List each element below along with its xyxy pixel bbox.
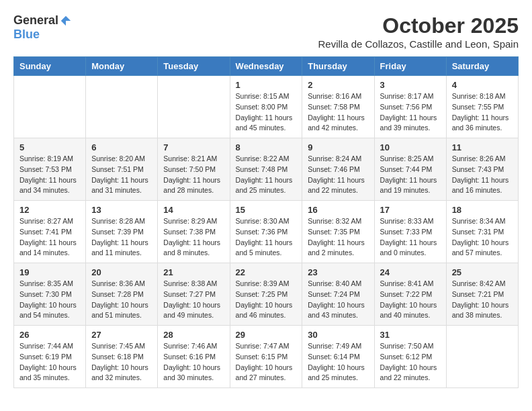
- day-info: Sunrise: 8:33 AM Sunset: 7:33 PM Dayligh…: [380, 216, 441, 259]
- day-number: 1: [236, 80, 297, 90]
- day-info: Sunrise: 8:35 AM Sunset: 7:30 PM Dayligh…: [19, 279, 80, 321]
- weekday-tuesday: Tuesday: [158, 57, 230, 76]
- calendar-cell: 21Sunrise: 8:38 AM Sunset: 7:27 PM Dayli…: [158, 263, 230, 326]
- day-info: Sunrise: 7:46 AM Sunset: 6:16 PM Dayligh…: [163, 341, 224, 383]
- day-info: Sunrise: 7:47 AM Sunset: 6:15 PM Dayligh…: [236, 341, 297, 383]
- weekday-monday: Monday: [86, 57, 158, 76]
- calendar-cell: 19Sunrise: 8:35 AM Sunset: 7:30 PM Dayli…: [14, 263, 86, 326]
- day-number: 31: [380, 330, 441, 340]
- day-number: 14: [163, 205, 224, 215]
- day-info: Sunrise: 8:17 AM Sunset: 7:56 PM Dayligh…: [380, 91, 441, 134]
- day-number: 6: [91, 142, 152, 152]
- day-info: Sunrise: 8:42 AM Sunset: 7:21 PM Dayligh…: [452, 279, 513, 321]
- weekday-thursday: Thursday: [302, 57, 374, 76]
- calendar-cell: 6Sunrise: 8:20 AM Sunset: 7:51 PM Daylig…: [86, 138, 158, 201]
- day-number: 12: [19, 205, 80, 215]
- calendar-cell: 25Sunrise: 8:42 AM Sunset: 7:21 PM Dayli…: [446, 263, 518, 326]
- calendar-cell: 16Sunrise: 8:32 AM Sunset: 7:35 PM Dayli…: [302, 201, 374, 263]
- calendar-cell: 13Sunrise: 8:28 AM Sunset: 7:39 PM Dayli…: [86, 201, 158, 263]
- calendar-cell: 29Sunrise: 7:47 AM Sunset: 6:15 PM Dayli…: [230, 326, 302, 388]
- day-number: 2: [308, 80, 368, 90]
- day-number: 15: [236, 205, 297, 215]
- weekday-saturday: Saturday: [446, 57, 518, 76]
- day-info: Sunrise: 8:36 AM Sunset: 7:28 PM Dayligh…: [91, 279, 152, 321]
- day-info: Sunrise: 8:19 AM Sunset: 7:53 PM Dayligh…: [19, 154, 80, 196]
- day-info: Sunrise: 8:28 AM Sunset: 7:39 PM Dayligh…: [91, 216, 152, 259]
- day-info: Sunrise: 8:24 AM Sunset: 7:46 PM Dayligh…: [308, 154, 368, 196]
- day-info: Sunrise: 8:30 AM Sunset: 7:36 PM Dayligh…: [236, 216, 297, 259]
- day-info: Sunrise: 8:41 AM Sunset: 7:22 PM Dayligh…: [380, 279, 441, 321]
- calendar-cell: 31Sunrise: 7:50 AM Sunset: 6:12 PM Dayli…: [374, 326, 446, 388]
- calendar-week-5: 26Sunrise: 7:44 AM Sunset: 6:19 PM Dayli…: [14, 326, 519, 388]
- day-info: Sunrise: 7:49 AM Sunset: 6:14 PM Dayligh…: [308, 341, 368, 383]
- calendar-week-1: 1Sunrise: 8:15 AM Sunset: 8:00 PM Daylig…: [14, 76, 519, 138]
- day-number: 23: [308, 267, 368, 277]
- calendar-header: SundayMondayTuesdayWednesdayThursdayFrid…: [14, 57, 519, 76]
- title-area: October 2025 Revilla de Collazos, Castil…: [318, 13, 519, 50]
- day-number: 20: [91, 267, 152, 277]
- calendar-cell: 11Sunrise: 8:26 AM Sunset: 7:43 PM Dayli…: [446, 138, 518, 201]
- calendar-cell: 24Sunrise: 8:41 AM Sunset: 7:22 PM Dayli…: [374, 263, 446, 326]
- calendar-cell: 1Sunrise: 8:15 AM Sunset: 8:00 PM Daylig…: [230, 76, 302, 138]
- calendar: SundayMondayTuesdayWednesdayThursdayFrid…: [13, 56, 519, 388]
- calendar-cell: 20Sunrise: 8:36 AM Sunset: 7:28 PM Dayli…: [86, 263, 158, 326]
- day-number: 28: [163, 330, 224, 340]
- day-number: 29: [236, 330, 297, 340]
- day-number: 5: [19, 142, 80, 152]
- day-info: Sunrise: 8:20 AM Sunset: 7:51 PM Dayligh…: [91, 154, 152, 196]
- calendar-cell: 27Sunrise: 7:45 AM Sunset: 6:18 PM Dayli…: [86, 326, 158, 388]
- day-number: 21: [163, 267, 224, 277]
- day-number: 25: [452, 267, 513, 277]
- calendar-cell: 28Sunrise: 7:46 AM Sunset: 6:16 PM Dayli…: [158, 326, 230, 388]
- calendar-cell: 30Sunrise: 7:49 AM Sunset: 6:14 PM Dayli…: [302, 326, 374, 388]
- day-info: Sunrise: 8:29 AM Sunset: 7:38 PM Dayligh…: [163, 216, 224, 259]
- day-info: Sunrise: 8:32 AM Sunset: 7:35 PM Dayligh…: [308, 216, 368, 259]
- day-info: Sunrise: 8:18 AM Sunset: 7:55 PM Dayligh…: [452, 91, 513, 134]
- day-number: 16: [308, 205, 368, 215]
- logo: General Blue: [13, 13, 72, 42]
- day-info: Sunrise: 7:50 AM Sunset: 6:12 PM Dayligh…: [380, 341, 441, 383]
- calendar-cell: 2Sunrise: 8:16 AM Sunset: 7:58 PM Daylig…: [302, 76, 374, 138]
- day-number: 26: [19, 330, 80, 340]
- day-number: 19: [19, 267, 80, 277]
- day-number: 18: [452, 205, 513, 215]
- day-info: Sunrise: 8:15 AM Sunset: 8:00 PM Dayligh…: [236, 91, 297, 134]
- logo-blue-text: Blue: [13, 28, 40, 42]
- calendar-cell: 5Sunrise: 8:19 AM Sunset: 7:53 PM Daylig…: [14, 138, 86, 201]
- day-number: 9: [308, 142, 368, 152]
- day-number: 11: [452, 142, 513, 152]
- day-number: 10: [380, 142, 441, 152]
- calendar-week-4: 19Sunrise: 8:35 AM Sunset: 7:30 PM Dayli…: [14, 263, 519, 326]
- calendar-cell: [86, 76, 158, 138]
- logo-icon: [60, 15, 72, 27]
- day-number: 24: [380, 267, 441, 277]
- calendar-cell: 3Sunrise: 8:17 AM Sunset: 7:56 PM Daylig…: [374, 76, 446, 138]
- calendar-cell: [14, 76, 86, 138]
- calendar-cell: 23Sunrise: 8:40 AM Sunset: 7:24 PM Dayli…: [302, 263, 374, 326]
- calendar-cell: 9Sunrise: 8:24 AM Sunset: 7:46 PM Daylig…: [302, 138, 374, 201]
- day-number: 27: [91, 330, 152, 340]
- day-info: Sunrise: 8:26 AM Sunset: 7:43 PM Dayligh…: [452, 154, 513, 196]
- day-info: Sunrise: 7:45 AM Sunset: 6:18 PM Dayligh…: [91, 341, 152, 383]
- header: General Blue October 2025 Revilla de Col…: [13, 13, 519, 50]
- calendar-body: 1Sunrise: 8:15 AM Sunset: 8:00 PM Daylig…: [14, 76, 519, 388]
- day-number: 22: [236, 267, 297, 277]
- day-info: Sunrise: 8:25 AM Sunset: 7:44 PM Dayligh…: [380, 154, 441, 196]
- day-number: 3: [380, 80, 441, 90]
- weekday-wednesday: Wednesday: [230, 57, 302, 76]
- weekday-sunday: Sunday: [14, 57, 86, 76]
- day-info: Sunrise: 8:40 AM Sunset: 7:24 PM Dayligh…: [308, 279, 368, 321]
- day-number: 8: [236, 142, 297, 152]
- calendar-cell: [158, 76, 230, 138]
- calendar-cell: 7Sunrise: 8:21 AM Sunset: 7:50 PM Daylig…: [158, 138, 230, 201]
- calendar-cell: 8Sunrise: 8:22 AM Sunset: 7:48 PM Daylig…: [230, 138, 302, 201]
- calendar-week-3: 12Sunrise: 8:27 AM Sunset: 7:41 PM Dayli…: [14, 201, 519, 263]
- day-info: Sunrise: 8:16 AM Sunset: 7:58 PM Dayligh…: [308, 91, 368, 134]
- logo-general-text: General: [13, 13, 58, 28]
- svg-marker-0: [61, 15, 71, 25]
- calendar-week-2: 5Sunrise: 8:19 AM Sunset: 7:53 PM Daylig…: [14, 138, 519, 201]
- day-info: Sunrise: 7:44 AM Sunset: 6:19 PM Dayligh…: [19, 341, 80, 383]
- calendar-cell: 12Sunrise: 8:27 AM Sunset: 7:41 PM Dayli…: [14, 201, 86, 263]
- day-number: 13: [91, 205, 152, 215]
- day-number: 30: [308, 330, 368, 340]
